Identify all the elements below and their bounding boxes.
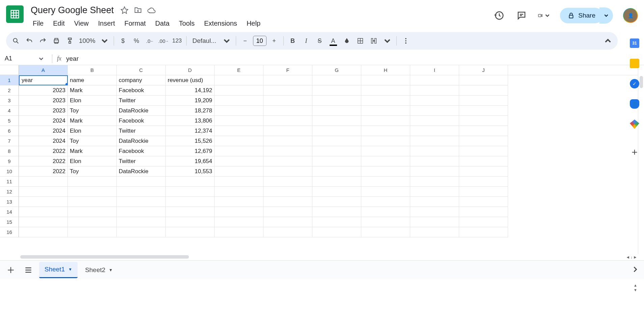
cell-G12[interactable] — [312, 187, 361, 197]
font-dropdown[interactable]: Defaul... — [189, 34, 220, 47]
cell-I10[interactable] — [410, 166, 459, 177]
increase-decimal-icon[interactable]: .00→ — [157, 34, 170, 47]
text-color-button[interactable]: A — [327, 34, 340, 47]
merge-chevron-icon[interactable] — [381, 34, 394, 47]
cell-B15[interactable] — [68, 217, 117, 227]
row-header-15[interactable]: 15 — [0, 217, 19, 227]
cell-I5[interactable] — [410, 116, 459, 126]
cell-I9[interactable] — [410, 156, 459, 166]
cell-F10[interactable] — [263, 166, 312, 177]
cell-D2[interactable]: 14,192 — [166, 85, 215, 96]
col-header-D[interactable]: D — [166, 65, 215, 75]
cell-I8[interactable] — [410, 146, 459, 156]
cell-F11[interactable] — [263, 177, 312, 187]
cell-C13[interactable] — [117, 197, 166, 207]
scroll-left-icon[interactable]: ◄ — [626, 255, 630, 260]
paint-format-icon[interactable] — [63, 34, 76, 47]
keep-app-icon[interactable] — [630, 59, 639, 68]
cell-I12[interactable] — [410, 187, 459, 197]
cell-G16[interactable] — [312, 227, 361, 237]
cell-F4[interactable] — [263, 106, 312, 116]
undo-icon[interactable] — [23, 34, 36, 47]
more-formats-button[interactable]: 123 — [171, 34, 184, 47]
merge-cells-button[interactable] — [367, 34, 380, 47]
cell-A3[interactable]: 2023 — [19, 96, 68, 106]
cell-F3[interactable] — [263, 96, 312, 106]
cell-F7[interactable] — [263, 136, 312, 146]
cell-B9[interactable]: Elon — [68, 156, 117, 166]
tasks-app-icon[interactable]: ✓ — [630, 79, 639, 88]
cell-B14[interactable] — [68, 207, 117, 217]
vertical-scroll-arrows[interactable]: ▲▼ — [634, 283, 637, 292]
cell-I3[interactable] — [410, 96, 459, 106]
cell-B1[interactable]: name — [68, 75, 117, 85]
cell-H7[interactable] — [361, 136, 410, 146]
add-app-button[interactable]: + — [632, 147, 638, 158]
cell-H9[interactable] — [361, 156, 410, 166]
cell-G8[interactable] — [312, 146, 361, 156]
cell-G4[interactable] — [312, 106, 361, 116]
cell-J2[interactable] — [459, 85, 508, 96]
cell-B2[interactable]: Mark — [68, 85, 117, 96]
row-header-5[interactable]: 5 — [0, 116, 19, 126]
cell-A15[interactable] — [19, 217, 68, 227]
cell-A10[interactable]: 2022 — [19, 166, 68, 177]
bold-button[interactable]: B — [286, 34, 299, 47]
account-avatar[interactable]: 👤 — [623, 8, 638, 23]
cell-J11[interactable] — [459, 177, 508, 187]
cell-H10[interactable] — [361, 166, 410, 177]
col-header-G[interactable]: G — [312, 65, 361, 75]
zoom-dropdown[interactable]: 100% — [77, 34, 97, 47]
sheet-tab-sheet1[interactable]: Sheet1▼ — [39, 262, 78, 278]
cell-A7[interactable]: 2024 — [19, 136, 68, 146]
col-header-F[interactable]: F — [263, 65, 312, 75]
cell-D5[interactable]: 13,806 — [166, 116, 215, 126]
cell-A16[interactable] — [19, 227, 68, 237]
cell-E3[interactable] — [215, 96, 263, 106]
cell-C1[interactable]: company — [117, 75, 166, 85]
print-icon[interactable] — [50, 34, 63, 47]
cell-A14[interactable] — [19, 207, 68, 217]
cell-E12[interactable] — [215, 187, 263, 197]
cell-J15[interactable] — [459, 217, 508, 227]
cell-G15[interactable] — [312, 217, 361, 227]
cell-G2[interactable] — [312, 85, 361, 96]
cell-B5[interactable]: Mark — [68, 116, 117, 126]
cell-J6[interactable] — [459, 126, 508, 136]
cell-B8[interactable]: Mark — [68, 146, 117, 156]
cell-J8[interactable] — [459, 146, 508, 156]
cell-J1[interactable] — [459, 75, 508, 85]
cell-F9[interactable] — [263, 156, 312, 166]
cell-B4[interactable]: Toy — [68, 106, 117, 116]
all-sheets-button[interactable] — [22, 263, 35, 277]
cell-E15[interactable] — [215, 217, 263, 227]
cell-F13[interactable] — [263, 197, 312, 207]
cell-D3[interactable]: 19,209 — [166, 96, 215, 106]
cell-A9[interactable]: 2022 — [19, 156, 68, 166]
cell-I13[interactable] — [410, 197, 459, 207]
cell-E11[interactable] — [215, 177, 263, 187]
zoom-chevron-icon[interactable] — [98, 34, 111, 47]
cell-B3[interactable]: Elon — [68, 96, 117, 106]
percent-icon[interactable]: % — [130, 34, 143, 47]
cell-H2[interactable] — [361, 85, 410, 96]
menu-extensions[interactable]: Extensions — [200, 18, 241, 29]
cell-F16[interactable] — [263, 227, 312, 237]
cell-C4[interactable]: DataRockie — [117, 106, 166, 116]
sheets-logo-icon[interactable] — [6, 5, 24, 23]
cell-H14[interactable] — [361, 207, 410, 217]
cell-A6[interactable]: 2024 — [19, 126, 68, 136]
cell-E16[interactable] — [215, 227, 263, 237]
cell-D13[interactable] — [166, 197, 215, 207]
cell-I14[interactable] — [410, 207, 459, 217]
font-size-input[interactable] — [253, 36, 267, 46]
cell-A1[interactable]: year — [19, 75, 68, 85]
cell-G13[interactable] — [312, 197, 361, 207]
cell-I2[interactable] — [410, 85, 459, 96]
scroll-right-icon[interactable]: ► — [633, 255, 637, 260]
cell-H1[interactable] — [361, 75, 410, 85]
cell-H16[interactable] — [361, 227, 410, 237]
cell-E14[interactable] — [215, 207, 263, 217]
move-icon[interactable] — [133, 5, 143, 15]
menu-help[interactable]: Help — [243, 18, 264, 29]
